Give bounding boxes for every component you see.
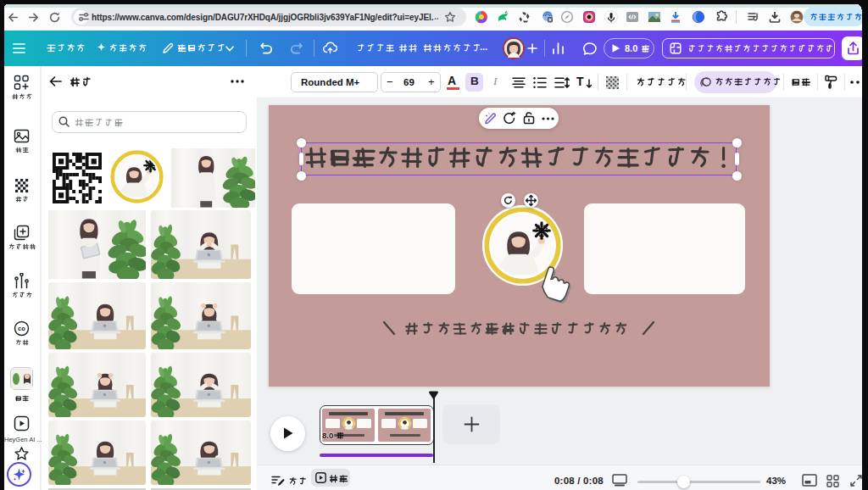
- svg-text:co: co: [18, 325, 25, 332]
